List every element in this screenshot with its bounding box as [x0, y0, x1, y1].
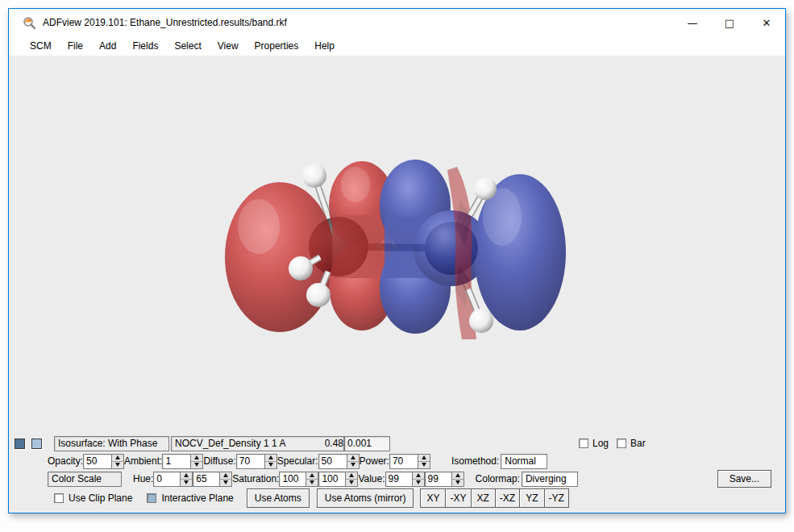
bar-checkbox[interactable]: [617, 438, 626, 448]
spin-up-icon[interactable]: [181, 472, 192, 480]
log-checkbox[interactable]: [579, 438, 588, 448]
spin-up-icon[interactable]: [346, 472, 357, 480]
plane-neg-xy-button[interactable]: -XY: [446, 488, 471, 508]
use-clip-plane-checkbox[interactable]: [54, 493, 64, 503]
colormap-select[interactable]: Diverging: [522, 472, 578, 487]
diffuse-spinbox[interactable]: 70: [236, 454, 277, 469]
menu-bar: SCM File Add Fields Select View Properti…: [9, 36, 785, 56]
adfview-window: ADFview 2019.101: Ethane_Unrestricted.re…: [8, 8, 786, 513]
hydrogen-atom-top-right: [474, 177, 497, 200]
value2-spinbox[interactable]: 99: [425, 472, 464, 487]
use-atoms-mirror-button[interactable]: Use Atoms (mirror): [317, 488, 414, 508]
opacity-spinbox[interactable]: 50: [83, 454, 124, 469]
colormap-label: Colormap:: [476, 473, 520, 484]
save-button[interactable]: Save...: [717, 470, 771, 488]
spin-down-icon[interactable]: [306, 480, 318, 486]
spin-down-icon[interactable]: [413, 480, 424, 486]
isovalue-input[interactable]: 0.001: [344, 436, 390, 451]
hue1-spinbox[interactable]: 0: [153, 472, 193, 487]
power-label: Power:: [360, 455, 389, 467]
spin-down-icon[interactable]: [346, 480, 357, 486]
use-clip-plane-label: Use Clip Plane: [69, 493, 132, 504]
minimize-button[interactable]: —: [674, 9, 711, 36]
hydrogen-atom-mid-left: [289, 256, 313, 281]
adfview-app-icon: [23, 16, 36, 30]
specular-label: Specular:: [277, 455, 318, 467]
spin-up-icon[interactable]: [418, 455, 430, 462]
spin-up-icon[interactable]: [220, 472, 231, 480]
hydrogen-atom-bottom-left: [306, 283, 330, 307]
row-color-scale: Color Scale Hue: 0 65 Saturation: 100 10…: [9, 470, 785, 488]
use-atoms-button[interactable]: Use Atoms: [247, 488, 310, 508]
plane-xz-button[interactable]: XZ: [472, 488, 496, 508]
spin-down-icon[interactable]: [418, 462, 430, 468]
menu-properties[interactable]: Properties: [247, 38, 307, 54]
field-value-clipped: 0.48: [325, 438, 343, 449]
molecule-viewport[interactable]: [9, 56, 785, 434]
color-scale-select[interactable]: Color Scale: [48, 472, 122, 487]
hue2-spinbox[interactable]: 65: [193, 472, 232, 487]
spin-down-icon[interactable]: [452, 480, 464, 486]
spin-down-icon[interactable]: [181, 480, 192, 486]
ethane-nocv-isosurface-render: [9, 56, 785, 434]
menu-add[interactable]: Add: [91, 38, 124, 54]
saturation-label: Saturation:: [232, 473, 279, 484]
log-label: Log: [592, 438, 609, 449]
window-controls: — □ ✕: [674, 9, 785, 36]
hydrogen-atom-bottom-right: [469, 309, 493, 333]
color-swatch-light[interactable]: [31, 438, 42, 449]
plane-neg-xz-button[interactable]: -XZ: [496, 488, 520, 508]
menu-help[interactable]: Help: [306, 38, 343, 54]
spin-down-icon[interactable]: [112, 462, 123, 468]
value-label: Value:: [358, 473, 385, 484]
isomethod-label: Isomethod:: [451, 455, 499, 467]
window-title: ADFview 2019.101: Ethane_Unrestricted.re…: [43, 17, 287, 28]
menu-scm[interactable]: SCM: [22, 38, 60, 54]
spin-up-icon[interactable]: [306, 472, 318, 480]
spin-down-icon[interactable]: [347, 462, 359, 468]
field-select[interactable]: NOCV_Def_Density 1 1 A 0.48: [171, 436, 344, 451]
spin-down-icon[interactable]: [265, 462, 276, 468]
close-button[interactable]: ✕: [748, 9, 785, 36]
color-swatch-dark[interactable]: [15, 438, 25, 449]
bar-label: Bar: [630, 438, 646, 449]
isomethod-select[interactable]: Normal: [501, 454, 547, 469]
spin-up-icon[interactable]: [265, 455, 276, 462]
menu-file[interactable]: File: [60, 38, 91, 54]
menu-select[interactable]: Select: [166, 38, 209, 54]
plane-yz-button[interactable]: YZ: [520, 488, 544, 508]
power-spinbox[interactable]: 70: [389, 454, 430, 469]
opacity-label: Opacity:: [48, 455, 83, 467]
hue-label: Hue:: [133, 473, 153, 484]
title-bar[interactable]: ADFview 2019.101: Ethane_Unrestricted.re…: [9, 9, 785, 36]
plane-xy-button[interactable]: XY: [420, 488, 446, 508]
specular-spinbox[interactable]: 50: [318, 454, 360, 469]
interactive-plane-checkbox[interactable]: [147, 493, 156, 503]
isosurface-control-panel: Isosurface: With Phase NOCV_Def_Density …: [9, 434, 785, 513]
hydrogen-atom-top-left: [302, 164, 326, 188]
spin-up-icon[interactable]: [191, 455, 202, 462]
maximize-button[interactable]: □: [711, 9, 748, 36]
spin-down-icon[interactable]: [220, 480, 231, 486]
row-rendering: Opacity: 50 Ambient: 1 Diffuse: 70 Specu…: [9, 452, 785, 470]
interactive-plane-label: Interactive Plane: [161, 493, 233, 504]
saturation2-spinbox[interactable]: 100: [318, 472, 358, 487]
spin-up-icon[interactable]: [347, 455, 359, 462]
menu-fields[interactable]: Fields: [124, 38, 166, 54]
plane-neg-yz-button[interactable]: -YZ: [545, 488, 569, 508]
spin-down-icon[interactable]: [191, 462, 202, 468]
spin-up-icon[interactable]: [112, 455, 123, 462]
value1-spinbox[interactable]: 99: [385, 472, 425, 487]
row-clip-plane: Use Clip Plane Interactive Plane Use Ato…: [9, 488, 785, 509]
diffuse-label: Diffuse:: [203, 455, 235, 467]
spin-up-icon[interactable]: [413, 472, 424, 480]
ambient-label: Ambient:: [124, 455, 162, 467]
row-isosurface: Isosurface: With Phase NOCV_Def_Density …: [9, 434, 785, 452]
ambient-spinbox[interactable]: 1: [162, 454, 203, 469]
spin-up-icon[interactable]: [452, 472, 464, 480]
isosurface-mode-select[interactable]: Isosurface: With Phase: [54, 436, 169, 451]
saturation1-spinbox[interactable]: 100: [279, 472, 318, 487]
menu-view[interactable]: View: [210, 38, 247, 54]
